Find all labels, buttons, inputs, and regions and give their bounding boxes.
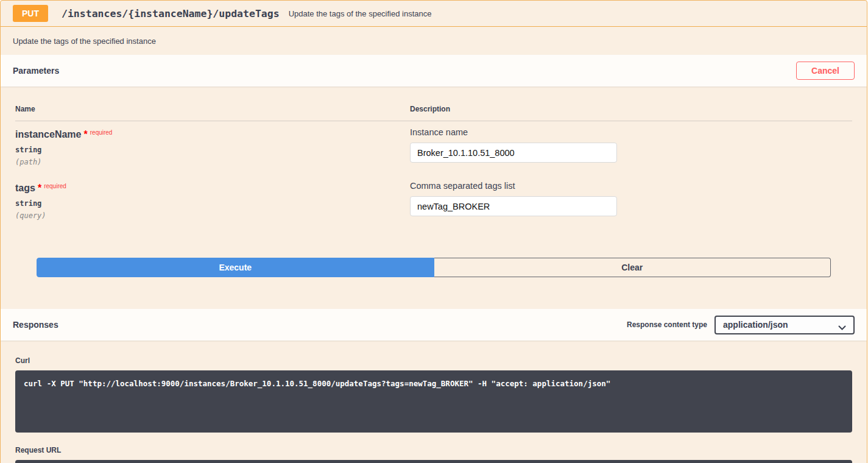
response-content-type-wrap: Response content type application/json [627, 316, 855, 334]
param-location: (path) [15, 158, 410, 166]
parameters-table: Name Description instanceName*required s… [1, 87, 867, 309]
execute-button-group: Execute Clear [37, 258, 831, 277]
param-description: Comma separated tags list [410, 181, 852, 191]
endpoint-description: Update the tags of the specified instanc… [1, 27, 867, 55]
request-url-value: http://localhost:9000/instances/Broker_1… [15, 460, 852, 463]
response-content-type-label: Response content type [627, 320, 707, 329]
param-row-tags-description: Comma separated tags list [410, 175, 852, 228]
param-row-instancename-description: Instance name [410, 121, 852, 175]
param-name: tags [15, 183, 35, 193]
param-type: string [15, 146, 410, 154]
required-star: * [84, 129, 88, 140]
column-header-name: Name [15, 105, 410, 121]
param-location: (query) [15, 211, 410, 220]
endpoint-summary: Update the tags of the specified instanc… [289, 9, 432, 18]
param-name: instanceName [15, 129, 82, 140]
responses-title: Responses [13, 320, 58, 330]
response-content-type-value: application/json [723, 320, 788, 330]
param-description: Instance name [410, 127, 852, 137]
request-url-label: Request URL [15, 446, 852, 454]
clear-button[interactable]: Clear [434, 258, 831, 277]
param-row-instancename-name: instanceName*required string (path) [15, 121, 410, 175]
required-star: * [38, 183, 41, 193]
cancel-button[interactable]: Cancel [796, 62, 855, 80]
required-label: required [44, 183, 66, 189]
param-type: string [15, 199, 410, 208]
operation-block-put: PUT /instances/{instanceName}/updateTags… [0, 0, 867, 463]
parameters-title: Parameters [13, 66, 59, 76]
chevron-down-icon [838, 323, 846, 333]
curl-label: Curl [15, 356, 852, 365]
responses-section-header: Responses Response content type applicat… [1, 309, 867, 341]
response-content-type-select[interactable]: application/json [715, 316, 855, 334]
param-row-tags-name: tags*required string (query) [15, 175, 410, 228]
http-method-badge: PUT [13, 5, 48, 22]
required-label: required [90, 129, 113, 136]
column-header-description: Description [410, 105, 852, 121]
endpoint-path: /instances/{instanceName}/updateTags [62, 8, 280, 19]
execute-button[interactable]: Execute [37, 258, 434, 277]
tags-input[interactable] [410, 196, 617, 216]
operation-summary-bar[interactable]: PUT /instances/{instanceName}/updateTags… [1, 1, 867, 27]
responses-body: Curl curl -X PUT "http://localhost:9000/… [1, 341, 867, 463]
parameters-section-header: Parameters Cancel [1, 55, 867, 87]
instancename-input[interactable] [410, 143, 617, 163]
curl-command: curl -X PUT "http://localhost:9000/insta… [15, 370, 852, 433]
